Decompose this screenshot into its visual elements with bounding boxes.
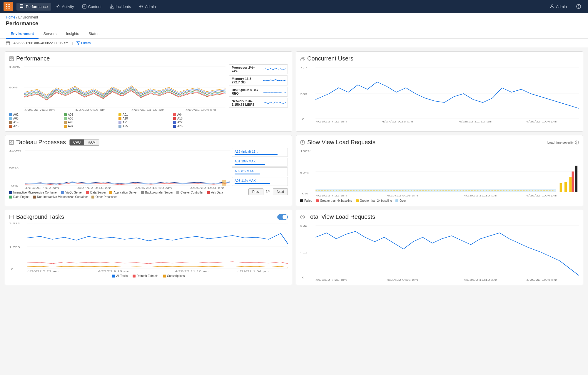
svg-text:4/28/22 11:10 am: 4/28/22 11:10 am	[135, 186, 172, 189]
nav-activity[interactable]: Activity	[52, 3, 77, 11]
page-indicator: 1/4	[266, 190, 271, 194]
process-server-a03[interactable]: A03 11% MAX...	[232, 177, 288, 186]
prev-button[interactable]: Prev	[248, 188, 263, 195]
performance-server-legend: A02 A03 A01 A04 A05 A06	[9, 113, 225, 128]
legend-a23: A23	[9, 125, 61, 128]
svg-rect-14	[22, 6, 23, 6]
svg-rect-59	[10, 141, 11, 142]
legend-4x-baseline: Greater than 4x baseline	[316, 199, 352, 202]
tab-environment[interactable]: Environment	[6, 29, 39, 39]
svg-text:4/26/22 7:22 am: 4/26/22 7:22 am	[25, 186, 59, 189]
background-tasks-toggle[interactable]	[277, 214, 288, 220]
svg-text:4/26/22 7:22 am: 4/26/22 7:22 am	[27, 270, 59, 273]
svg-text:4/27/22 9:16 am: 4/27/22 9:16 am	[387, 194, 418, 197]
svg-rect-7	[8, 8, 9, 9]
tab-insights[interactable]: Insights	[61, 29, 84, 39]
processes-icon	[9, 140, 14, 145]
svg-rect-12	[20, 6, 21, 6]
svg-text:4/29/22 1:04 pm: 4/29/22 1:04 pm	[526, 278, 557, 281]
svg-point-25	[551, 5, 553, 6]
legend-a18: A18	[173, 117, 225, 120]
svg-rect-87	[575, 166, 577, 192]
nav-user[interactable]: Admin	[547, 3, 570, 11]
legend-a26: A26	[173, 125, 225, 128]
ram-button[interactable]: RAM	[84, 139, 99, 145]
metric-memory: Memory 16.3–272.7 GB	[229, 75, 288, 85]
legend-backgrounder: Backgrounder Server	[141, 191, 173, 194]
performance-metrics-legend: Processor 2%–74% Memory 16.3–272.7 GB Di…	[229, 64, 288, 128]
svg-text:4/29/22 1:04 pm: 4/29/22 1:04 pm	[526, 120, 557, 123]
total-view-icon	[300, 215, 305, 219]
svg-rect-3	[6, 6, 7, 7]
breadcrumb-current: Environment	[18, 15, 38, 19]
nav-incidents[interactable]: Incidents	[106, 3, 134, 11]
next-button[interactable]: Next	[273, 188, 288, 195]
legend-failed: Failed	[300, 199, 312, 202]
legend-interactive-ms: Interactive Microservice Container	[9, 191, 58, 194]
legend-data-engine: Data Engine	[9, 195, 29, 199]
svg-rect-5	[9, 6, 10, 7]
svg-rect-6	[6, 8, 7, 9]
performance-panel: Performance 100% 50%	[5, 51, 292, 132]
legend-a04: A04	[173, 113, 225, 116]
svg-point-47	[303, 57, 304, 58]
slow-view-icon	[300, 140, 305, 145]
metric-disk-queue: Disk Queue 0–0.7 REQ	[229, 87, 288, 97]
nav-admin[interactable]: Admin	[136, 3, 159, 11]
svg-text:?: ?	[578, 5, 580, 8]
svg-text:50%: 50%	[9, 86, 18, 89]
svg-text:4/27/22 9:16 am: 4/27/22 9:16 am	[77, 186, 111, 189]
svg-rect-10	[21, 4, 22, 5]
svg-rect-86	[572, 171, 574, 192]
concurrent-users-panel: Concurrent Users 777 389 0 4/26/22 7:22 …	[296, 51, 583, 132]
filter-icon	[76, 41, 80, 45]
svg-point-24	[141, 6, 142, 7]
legend-2x-baseline: Greater than 2x baseline	[356, 199, 392, 202]
nav-content[interactable]: Content	[79, 3, 105, 11]
concurrent-users-title: Concurrent Users	[300, 55, 579, 62]
nav-performance[interactable]: Performance	[16, 3, 51, 11]
svg-rect-84	[564, 182, 567, 192]
tableau-processes-panel: Tableau Processes CPU RAM 100% 50% 0%	[5, 135, 292, 206]
filters-button[interactable]: Filters	[76, 41, 91, 45]
page-tabs: Environment Servers Insights Status	[6, 29, 582, 38]
performance-panel-icon	[9, 56, 14, 61]
date-range: 4/26/22 8:06 am–4/30/22 11:06 am	[14, 41, 69, 45]
breadcrumb: Home / Environment	[6, 15, 582, 19]
svg-text:4/28/22 11:10 am: 4/28/22 11:10 am	[175, 270, 208, 273]
svg-text:0%: 0%	[302, 192, 308, 195]
svg-text:4/29/22 1:04 pm: 4/29/22 1:04 pm	[190, 186, 224, 189]
svg-text:50%: 50%	[9, 167, 19, 170]
svg-text:100%: 100%	[300, 150, 311, 153]
slow-view-chart: 100% 50% 0% 4/26/22 7:22 am 4/27/22 9:16…	[300, 148, 579, 198]
breadcrumb-home[interactable]: Home	[6, 15, 15, 19]
slow-view-legend: Failed Greater than 4x baseline Greater …	[300, 199, 579, 202]
svg-text:4/29/22 1:04 pm: 4/29/22 1:04 pm	[526, 194, 557, 197]
nav-help[interactable]: ?	[573, 2, 584, 11]
svg-rect-61	[10, 143, 11, 144]
svg-rect-18	[83, 5, 86, 8]
tab-status[interactable]: Status	[84, 29, 104, 39]
legend-a21: A21	[118, 121, 171, 124]
svg-text:4/26/22 7:22 am: 4/26/22 7:22 am	[24, 108, 55, 111]
main-content: Performance 100% 50%	[0, 48, 588, 289]
tableau-processes-chart: 100% 50% 0% 4/26/22 7:22 am 4/27/22 9:16…	[9, 148, 230, 189]
svg-rect-60	[12, 141, 13, 142]
legend-a06: A06	[64, 117, 116, 120]
top-navigation: Performance Activity Content Incidents A…	[0, 0, 588, 13]
svg-point-23	[112, 8, 112, 8]
process-server-a01[interactable]: A01 10% MAX...	[232, 158, 288, 167]
legend-a20: A20	[64, 121, 116, 124]
svg-text:0: 0	[302, 118, 305, 121]
tab-servers[interactable]: Servers	[39, 29, 61, 39]
legend-a24: A24	[64, 125, 116, 128]
svg-rect-9	[20, 4, 21, 5]
process-server-a19[interactable]: A19 (Initial) 11...	[232, 148, 288, 157]
background-tasks-chart: 3,512 1,756 0 4/26/22 7:22 am 4/27/22 9:…	[9, 220, 288, 273]
tasks-icon	[9, 215, 14, 219]
process-server-a02[interactable]: A02 8% MAX ...	[232, 167, 288, 176]
legend-cluster: Cluster Controller	[176, 191, 203, 194]
metric-processor: Processor 2%–74%	[229, 64, 288, 74]
svg-rect-1	[8, 4, 9, 5]
cpu-button[interactable]: CPU	[70, 139, 84, 145]
